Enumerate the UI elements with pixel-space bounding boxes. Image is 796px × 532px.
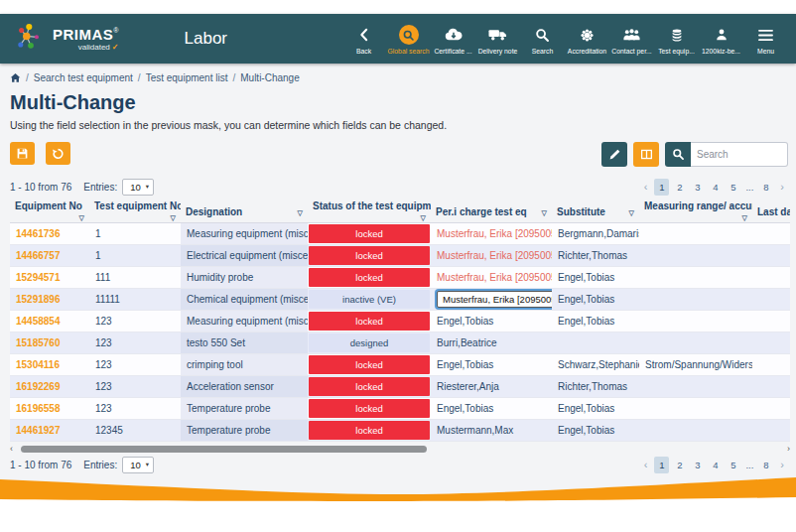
scroll-right-arrow[interactable]: › [787,444,790,454]
pagination-page-4[interactable]: 4 [708,457,723,473]
pagination-page-5[interactable]: 5 [726,457,740,473]
top-nav: BackGlobal searchCertificate ...Delivery… [341,23,788,55]
equipment-no-cell: 16192269 [10,376,89,398]
pagination-page-2[interactable]: 2 [672,457,687,473]
pagination-prev[interactable]: ‹ [640,181,652,193]
magnifier-icon [672,148,685,161]
filter-icon[interactable]: ▽ [421,214,426,222]
column-header-substitute[interactable]: Substitute▽ [552,200,639,223]
pagination-next[interactable]: › [776,459,788,470]
nav-contact-persons[interactable]: Contact per... [609,23,654,55]
cloud-download-icon [444,25,464,45]
nav-user[interactable]: 1200kiz-be... [699,23,743,55]
pagination-page-3[interactable]: 3 [690,457,705,473]
test-equipment-no-cell: 11111 [89,289,181,311]
designation-cell: crimping tool [181,354,308,376]
filter-icon[interactable]: ▽ [742,214,747,222]
charge-cell: Musterfrau, Erika [2095005] [431,245,552,267]
entries-info: 1 - 10 from 76 [10,182,71,193]
nav-global-search[interactable]: Global search [386,23,431,55]
equipment-no-link[interactable]: 14458854 [16,316,61,327]
actions-row [10,142,788,168]
equipment-no-link[interactable]: 16196558 [16,403,61,414]
pagination-page-8[interactable]: 8 [758,457,773,473]
footer-swoosh [0,474,796,532]
last-date-cell [752,289,790,311]
equipment-no-link[interactable]: 15291896 [16,294,61,305]
breadcrumb-search-test-equipment[interactable]: Search test equipment [34,72,133,83]
table-row: 16196558123Temperature probelockedEngel,… [10,398,790,420]
column-settings-button[interactable] [633,142,659,167]
charge-cell: Riesterer,Anja [431,376,552,398]
status-badge: locked [309,421,430,440]
entries-select[interactable]: 10▾ [122,179,154,196]
equipment-no-link[interactable]: 16192269 [16,381,61,392]
nav-certificate[interactable]: Certificate ... [431,23,475,55]
charge-select[interactable]: Musterfrau, Erika [2095005]▾ [437,291,552,308]
nav-back[interactable]: Back [341,23,386,55]
column-header-equipment-no[interactable]: Equipment No▽ [10,200,89,223]
column-header-charge[interactable]: Per.i charge test eq▽ [431,200,552,223]
edit-button[interactable] [601,142,627,167]
substitute-cell: Richter,Thomas [552,245,639,267]
designation-cell: testo 550 Set [181,332,308,354]
equipment-no-link[interactable]: 14461927 [16,425,61,436]
nav-accreditation[interactable]: Accreditation [565,23,609,55]
nav-delivery-note[interactable]: Delivery note [475,23,520,55]
equipment-no-cell: 14461927 [10,420,89,442]
pagination-page-1[interactable]: 1 [654,457,669,473]
breadcrumb-test-equipment-list[interactable]: Test equipment list [146,72,228,83]
chevron-down-icon: ▾ [146,183,149,191]
pagination-page-8[interactable]: 8 [758,179,773,196]
nav-menu[interactable]: Menu [743,23,788,55]
test-equipment-no-cell: 111 [89,267,181,289]
column-header-measuring-range[interactable]: Measuring range/ accuracy▽ [639,200,752,223]
table-search-input[interactable] [691,142,788,167]
equipment-no-link[interactable]: 15294571 [16,272,61,283]
pagination-page-1[interactable]: 1 [654,179,669,196]
equipment-no-cell: 15294571 [10,267,89,289]
equipment-no-link[interactable]: 15185760 [16,337,61,348]
last-date-cell [752,311,790,332]
designation-cell: Acceleration sensor [181,376,308,398]
pagination-page-2[interactable]: 2 [672,179,687,196]
column-header-test-equipment-no[interactable]: Test equipment No.▽ [89,200,181,223]
status-cell: locked [308,245,431,267]
equipment-no-link[interactable]: 14461736 [16,228,61,239]
filter-icon[interactable]: ▽ [542,209,547,217]
filter-icon[interactable]: ▽ [298,209,303,217]
last-date-cell [752,223,790,245]
table-search-button[interactable] [665,142,691,167]
pagination-next[interactable]: › [776,181,788,193]
pagination-page-4[interactable]: 4 [708,179,723,196]
charge-cell: Mustermann,Max [431,420,552,442]
status-badge: locked [309,268,430,287]
equipment-no-link[interactable]: 15304116 [16,359,60,370]
nav-search[interactable]: Search [520,23,565,55]
entries-select[interactable]: 10▾ [122,457,154,473]
designation-cell: Measuring equipment (miscell.) [181,223,308,245]
column-header-designation[interactable]: Designation▽ [181,200,308,223]
pagination-page-5[interactable]: 5 [726,179,740,196]
pagination-prev[interactable]: ‹ [640,459,652,470]
undo-button[interactable] [46,142,70,165]
scroll-left-arrow[interactable]: ‹ [10,444,13,454]
table-row: 144617361Measuring equipment (miscell.)l… [10,223,790,245]
horizontal-scrollbar-thumb[interactable] [21,446,427,453]
filter-icon[interactable]: ▽ [79,214,84,222]
designation-cell: Electrical equipment (miscell.) [181,245,308,267]
home-icon[interactable] [10,72,21,83]
substitute-cell: Richter,Thomas [552,376,639,398]
pagination-page-3[interactable]: 3 [690,179,705,196]
filter-icon[interactable]: ▽ [629,209,634,217]
column-header-last-date[interactable]: Last date [752,200,790,223]
filter-icon[interactable]: ▽ [171,214,176,222]
column-header-status[interactable]: Status of the test equipment▽ [308,200,431,223]
logo-check-icon: ✓ [112,43,119,52]
equipment-no-link[interactable]: 14466757 [16,250,61,261]
save-button[interactable] [10,142,35,165]
primas-logo[interactable]: PRIMAS® validated✓ [14,22,119,56]
table-row: 15304116123crimping toollockedEngel,Tobi… [10,354,790,376]
nav-test-equipment[interactable]: Test equip... [654,23,699,55]
logo-molecule-icon [14,22,48,56]
